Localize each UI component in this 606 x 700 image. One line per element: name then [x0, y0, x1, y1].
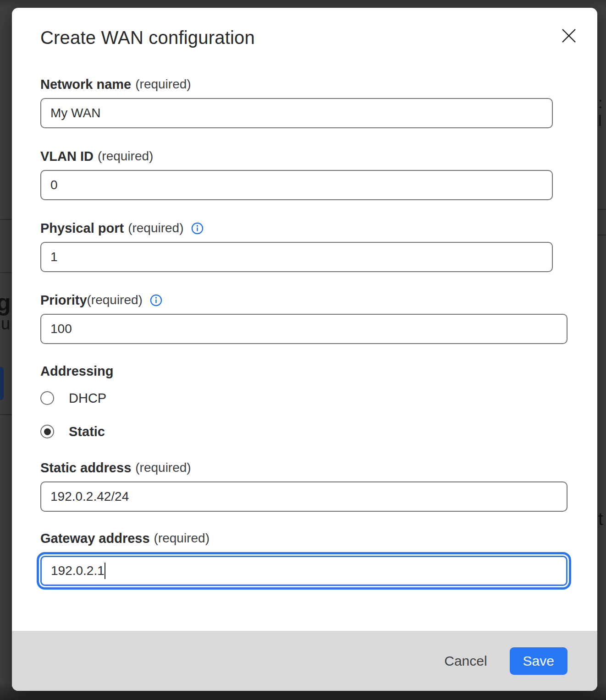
required-hint: (required) — [98, 148, 153, 164]
gateway-address-input[interactable] — [40, 556, 567, 586]
required-hint: (required) — [154, 530, 209, 546]
backdrop-line — [597, 209, 606, 210]
gateway-address-field: Gateway address (required) — [40, 530, 569, 586]
addressing-option-dhcp[interactable]: DHCP — [40, 390, 569, 406]
static-address-field: Static address (required) — [40, 460, 569, 512]
backdrop-line — [0, 219, 12, 220]
save-button[interactable]: Save — [510, 647, 567, 675]
close-button[interactable] — [559, 26, 579, 46]
priority-label: Priority — [40, 292, 87, 308]
dialog-body: Create WAN configuration Network name (r… — [12, 8, 597, 631]
priority-field: Priority (required) — [40, 292, 569, 344]
network-name-field: Network name (required) — [40, 77, 569, 128]
create-wan-dialog: Create WAN configuration Network name (r… — [12, 8, 597, 691]
dialog-title: Create WAN configuration — [40, 27, 569, 48]
physical-port-label: Physical port — [40, 220, 124, 236]
text-cursor — [105, 563, 105, 579]
required-hint: (required) — [87, 292, 143, 308]
required-hint: (required) — [135, 460, 191, 476]
network-name-label: Network name — [40, 77, 131, 92]
addressing-option-static[interactable]: Static — [40, 423, 569, 440]
radio-dot — [44, 428, 51, 435]
addressing-heading: Addressing — [40, 363, 569, 379]
backdrop-line — [597, 235, 606, 235]
physical-port-field: Physical port (required) — [40, 220, 569, 272]
static-radio-label: Static — [69, 424, 105, 439]
dialog-footer: Cancel Save — [12, 631, 597, 691]
vlan-id-label: VLAN ID — [40, 148, 94, 164]
backdrop-text-fragment: u — [1, 314, 10, 334]
info-icon[interactable] — [150, 294, 162, 306]
priority-input[interactable] — [40, 314, 567, 344]
radio-unselected-icon[interactable] — [40, 391, 54, 405]
backdrop-line — [0, 272, 12, 273]
info-icon[interactable] — [191, 222, 204, 235]
static-address-label: Static address — [40, 460, 131, 476]
close-icon — [560, 27, 578, 46]
radio-selected-icon[interactable] — [40, 425, 54, 438]
dhcp-radio-label: DHCP — [69, 391, 106, 406]
network-name-input[interactable] — [40, 98, 553, 128]
static-address-input[interactable] — [40, 481, 567, 512]
backdrop-text-fragment: g — [0, 289, 11, 316]
gateway-address-label: Gateway address — [40, 530, 150, 546]
backdrop-text-fragment: : l — [598, 94, 606, 130]
required-hint: (required) — [128, 220, 183, 236]
vlan-id-field: VLAN ID (required) — [40, 148, 569, 200]
backdrop-button-fragment — [0, 367, 4, 400]
backdrop-text-fragment: t — [598, 509, 603, 529]
physical-port-input[interactable] — [40, 242, 553, 272]
backdrop-line — [0, 414, 12, 415]
cancel-button[interactable]: Cancel — [444, 653, 487, 669]
vlan-id-input[interactable] — [40, 170, 553, 200]
required-hint: (required) — [135, 77, 191, 92]
